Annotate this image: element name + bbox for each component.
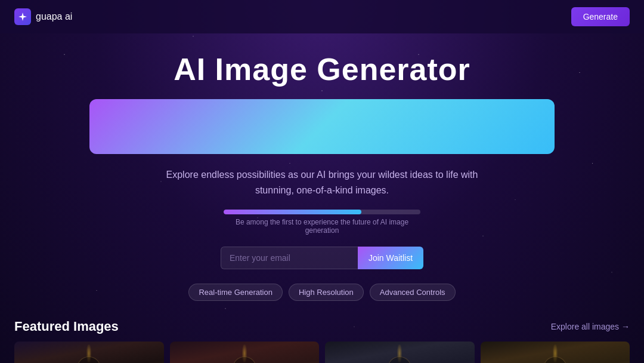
- featured-title: Featured Images: [14, 319, 119, 334]
- progress-area: Be among the first to experience the fut…: [224, 210, 420, 243]
- image-grid: [14, 342, 630, 363]
- badge-realtime[interactable]: Real-time Generation: [188, 284, 283, 301]
- badge-advanced[interactable]: Advanced Controls: [370, 284, 456, 301]
- svg-marker-0: [18, 13, 27, 21]
- progress-bar-outer: [224, 210, 420, 214]
- join-waitlist-button[interactable]: Join Waitlist: [358, 247, 423, 269]
- logo-area: guapa ai: [14, 8, 72, 25]
- logo-icon: [14, 8, 31, 25]
- featured-image-3: [325, 342, 475, 363]
- feature-badges: Real-time Generation High Resolution Adv…: [188, 284, 455, 301]
- email-input[interactable]: [221, 247, 358, 269]
- logo-text: guapa ai: [36, 11, 72, 22]
- generate-button[interactable]: Generate: [571, 7, 630, 26]
- featured-image-2: [170, 342, 320, 363]
- img-arch-2: [233, 356, 256, 363]
- featured-image-4: [481, 342, 630, 363]
- page-title: AI Image Generator: [174, 51, 470, 87]
- tagline: Explore endless possibilities as our AI …: [166, 167, 478, 198]
- badge-highres[interactable]: High Resolution: [289, 284, 364, 301]
- img-arch-4: [543, 356, 567, 363]
- navbar: guapa ai Generate: [0, 0, 644, 33]
- explore-all-link[interactable]: Explore all images →: [551, 322, 630, 331]
- progress-label: Be among the first to experience the fut…: [224, 218, 420, 235]
- waitlist-form: Join Waitlist: [221, 247, 423, 269]
- img-arch-1: [77, 356, 101, 363]
- featured-section: Featured Images Explore all images →: [0, 319, 644, 363]
- hero-gradient-box: [89, 99, 555, 154]
- main-content: AI Image Generator Explore endless possi…: [0, 33, 644, 318]
- img-arch-3: [388, 356, 411, 363]
- progress-bar-inner: [224, 210, 361, 214]
- featured-header: Featured Images Explore all images →: [14, 319, 630, 334]
- featured-image-1: [14, 342, 164, 363]
